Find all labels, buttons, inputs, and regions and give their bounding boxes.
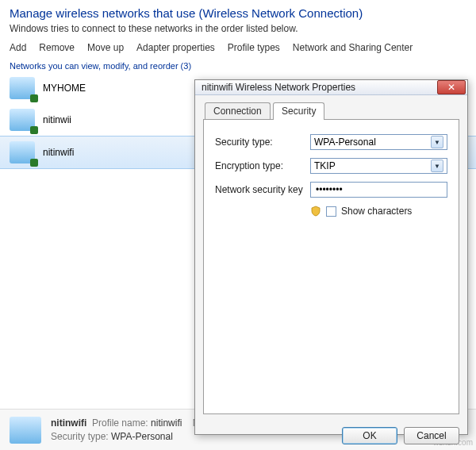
wifi-adapter-icon [10, 77, 35, 99]
network-name: nitinwii [43, 114, 71, 125]
toolbar-profile-types[interactable]: Profile types [228, 42, 280, 53]
toolbar-adapter-properties[interactable]: Adapter properties [136, 42, 215, 53]
tabstrip: Connection Security [205, 102, 459, 119]
chevron-down-icon: ▼ [431, 160, 443, 172]
security-type-label: Security type: [215, 137, 310, 148]
security-key-row: Network security key [215, 182, 447, 198]
security-type-select[interactable]: WPA-Personal ▼ [310, 134, 447, 150]
shield-icon [310, 206, 321, 217]
profile-name-label: Profile name: [92, 417, 148, 429]
dialog-buttons: OK Cancel [195, 421, 467, 450]
security-key-field[interactable] [310, 182, 447, 198]
toolbar: Add Remove Move up Adapter properties Pr… [0, 37, 476, 58]
close-button[interactable]: ✕ [437, 80, 466, 94]
dialog-titlebar[interactable]: nitinwifi Wireless Network Properties ✕ [195, 80, 467, 95]
security-key-label: Network security key [215, 184, 310, 195]
encryption-type-value: TKIP [314, 160, 336, 171]
toolbar-add[interactable]: Add [10, 42, 26, 53]
show-characters-checkbox[interactable] [326, 206, 336, 217]
encryption-type-label: Encryption type: [215, 160, 310, 171]
dialog-title: nitinwifi Wireless Network Properties [202, 82, 437, 93]
security-type-value: WPA-Personal [314, 137, 376, 148]
tab-panel-security: Security type: WPA-Personal ▼ Encryption… [203, 119, 459, 414]
profile-name-value: nitinwifi [151, 417, 182, 429]
wifi-adapter-icon [10, 109, 35, 131]
detail-name: nitinwifi [51, 417, 86, 429]
security-type-row: Security type: WPA-Personal ▼ [215, 134, 447, 150]
network-name: nitinwifi [43, 147, 74, 158]
wifi-adapter-icon [10, 141, 35, 163]
page-subtitle: Windows tries to connect to these networ… [10, 23, 466, 34]
header: Manage wireless networks that use (Wirel… [0, 0, 476, 37]
toolbar-network-sharing[interactable]: Network and Sharing Center [293, 42, 413, 53]
network-name: MYHOME [43, 83, 86, 94]
security-type-label: Security type: [51, 431, 109, 442]
wireless-properties-dialog: nitinwifi Wireless Network Properties ✕ … [194, 79, 468, 435]
show-characters-row: Show characters [310, 206, 447, 217]
toolbar-move-up[interactable]: Move up [87, 42, 124, 53]
dialog-body: Connection Security Security type: WPA-P… [195, 95, 467, 421]
page-title: Manage wireless networks that use (Wirel… [10, 6, 466, 20]
encryption-type-select[interactable]: TKIP ▼ [310, 158, 447, 174]
toolbar-remove[interactable]: Remove [39, 42, 75, 53]
show-characters-label: Show characters [341, 206, 412, 217]
tab-connection[interactable]: Connection [205, 102, 271, 120]
tab-security[interactable]: Security [273, 102, 324, 120]
section-label: Networks you can view, modify, and reord… [0, 58, 476, 72]
chevron-down-icon: ▼ [431, 136, 443, 148]
security-type-value: WPA-Personal [111, 431, 173, 442]
ok-button[interactable]: OK [342, 427, 397, 444]
security-key-input[interactable] [314, 183, 443, 196]
encryption-type-row: Encryption type: TKIP ▼ [215, 158, 447, 174]
close-icon: ✕ [447, 83, 455, 92]
wifi-adapter-icon [10, 417, 41, 444]
cancel-button[interactable]: Cancel [404, 427, 459, 444]
